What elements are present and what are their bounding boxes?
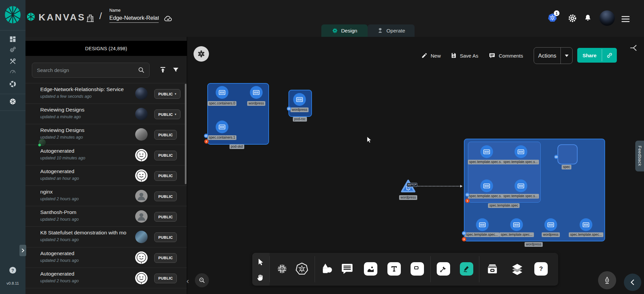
design-anchor-button[interactable] bbox=[598, 271, 616, 289]
freehand-draw-tool-button[interactable] bbox=[460, 262, 473, 276]
design-list-item[interactable]: Santhosh-Promupdated 2 hours agoPUBLIC bbox=[25, 206, 187, 227]
error-count-badge[interactable]: 2 bbox=[204, 139, 209, 144]
actions-button[interactable]: Actions bbox=[534, 48, 560, 64]
new-design-icon[interactable] bbox=[421, 52, 428, 59]
design-list-item[interactable]: Reviewing Designsupdated 2 minutes agoPU… bbox=[25, 124, 187, 145]
design-list-item[interactable]: Autogeneratedupdated an hour agoPUBLIC bbox=[25, 165, 187, 186]
select-tool-icon[interactable] bbox=[257, 258, 265, 266]
notifications-bell-icon[interactable] bbox=[584, 14, 592, 23]
design-list-item[interactable]: nginxupdated 2 hours agoPUBLIC bbox=[25, 186, 187, 206]
zoom-out-button[interactable] bbox=[195, 273, 209, 287]
lifecycle-gears-icon[interactable] bbox=[9, 46, 16, 53]
container-node[interactable] bbox=[216, 121, 228, 133]
text-tool-button[interactable] bbox=[387, 262, 401, 276]
tab-design[interactable]: Design bbox=[321, 24, 368, 37]
design-author-avatar[interactable] bbox=[135, 169, 148, 182]
save-as-button[interactable]: Save As bbox=[460, 53, 478, 59]
design-author-avatar[interactable] bbox=[135, 190, 148, 202]
design-visibility-badge[interactable]: PUBLIC bbox=[154, 253, 177, 263]
mesh-icon[interactable] bbox=[9, 80, 16, 88]
container-node[interactable] bbox=[476, 218, 489, 231]
design-visibility-badge[interactable]: PUBLIC bbox=[154, 130, 177, 140]
kubernetes-context-icon[interactable]: 1 bbox=[547, 13, 557, 23]
error-count-badge[interactable]: 3 bbox=[462, 237, 466, 241]
collapse-left-chevron-icon[interactable]: ‹ bbox=[186, 278, 191, 285]
design-author-avatar[interactable] bbox=[135, 128, 148, 141]
image-tool-button[interactable] bbox=[364, 262, 377, 276]
container-node[interactable] bbox=[580, 218, 592, 231]
design-visibility-badge[interactable]: PUBLIC bbox=[154, 212, 177, 222]
container-node[interactable] bbox=[510, 218, 523, 231]
search-icon[interactable] bbox=[138, 66, 145, 74]
note-tool-button[interactable] bbox=[411, 262, 424, 276]
menu-hamburger-icon[interactable] bbox=[622, 16, 630, 22]
pod-kind-badge[interactable] bbox=[204, 134, 208, 138]
pod-template-node[interactable] bbox=[468, 142, 541, 203]
settings-gear-icon[interactable] bbox=[568, 14, 577, 23]
help-tool-button[interactable]: ? bbox=[534, 262, 548, 276]
dashboard-icon[interactable] bbox=[9, 35, 16, 43]
pan-hand-tool-icon[interactable] bbox=[256, 273, 265, 282]
feedback-tab[interactable]: Feedback bbox=[635, 141, 644, 171]
tab-operate[interactable]: Operate bbox=[368, 24, 415, 37]
design-list-item[interactable]: Reviewing Designsupdated a minute agoPUB… bbox=[25, 103, 187, 124]
design-author-avatar[interactable] bbox=[135, 108, 148, 120]
design-visibility-badge[interactable]: PUBLIC bbox=[154, 192, 177, 201]
performance-gauge-icon[interactable] bbox=[9, 68, 16, 75]
save-as-icon[interactable] bbox=[450, 52, 457, 59]
panel-expand-button[interactable] bbox=[19, 245, 26, 256]
copy-link-button[interactable] bbox=[602, 48, 617, 63]
pod-kind-badge[interactable] bbox=[465, 193, 470, 197]
design-author-avatar[interactable] bbox=[135, 210, 148, 223]
list-scrollbar[interactable] bbox=[185, 84, 186, 184]
comments-icon[interactable] bbox=[489, 52, 495, 59]
container-node[interactable] bbox=[250, 86, 263, 99]
search-design-input[interactable] bbox=[36, 63, 135, 77]
kanvas-hexagon-icon[interactable] bbox=[9, 98, 16, 105]
design-list-item[interactable]: Edge-Network-Relationship: Serviceupdate… bbox=[25, 83, 187, 104]
design-visibility-badge[interactable]: PUBLIC bbox=[154, 232, 177, 242]
comments-button[interactable]: Comments bbox=[499, 53, 523, 59]
spec-node[interactable] bbox=[557, 144, 578, 164]
container-node[interactable] bbox=[480, 179, 493, 192]
container-node[interactable] bbox=[544, 218, 557, 231]
design-author-avatar[interactable] bbox=[135, 272, 148, 284]
filter-icon[interactable] bbox=[172, 66, 179, 74]
design-author-avatar[interactable] bbox=[135, 87, 148, 100]
design-list-item[interactable]: Autogeneratedupdated 2 hours agoPUBLIC bbox=[25, 268, 187, 288]
design-visibility-badge[interactable]: PUBLIC bbox=[154, 274, 177, 283]
new-design-button[interactable]: New bbox=[431, 53, 441, 59]
pen-tool-button[interactable] bbox=[437, 262, 450, 276]
comment-tool-icon[interactable] bbox=[340, 262, 354, 276]
design-visibility-badge[interactable]: PUBLIC▾ bbox=[154, 109, 180, 119]
hierarchy-toggle-icon[interactable] bbox=[629, 44, 638, 52]
user-avatar[interactable] bbox=[599, 10, 615, 26]
pod-kind-badge[interactable] bbox=[287, 106, 291, 111]
container-node[interactable] bbox=[515, 179, 527, 192]
container-node[interactable] bbox=[480, 145, 493, 158]
container-node[interactable] bbox=[216, 86, 228, 99]
pod-kind-badge[interactable] bbox=[462, 231, 466, 235]
shapes-tool-icon[interactable] bbox=[320, 262, 334, 276]
design-author-avatar[interactable] bbox=[135, 251, 148, 264]
design-visibility-badge[interactable]: PUBLIC bbox=[154, 171, 177, 181]
archive-tool-icon[interactable] bbox=[486, 262, 499, 276]
toolkit-icon[interactable] bbox=[9, 58, 16, 65]
design-visibility-badge[interactable]: PUBLIC▾ bbox=[154, 89, 180, 99]
kubernetes-tool-icon[interactable] bbox=[295, 262, 309, 276]
container-node[interactable] bbox=[515, 145, 527, 158]
components-tool-icon[interactable] bbox=[276, 263, 288, 275]
collapse-panel-button[interactable] bbox=[624, 274, 641, 291]
help-icon[interactable]: ? bbox=[9, 267, 16, 274]
design-author-avatar[interactable] bbox=[135, 149, 148, 161]
pod-kind-badge[interactable] bbox=[554, 155, 558, 159]
import-design-icon[interactable] bbox=[159, 66, 167, 74]
design-list-item[interactable]: Autogeneratedupdated 2 hours agoPUBLIC bbox=[25, 247, 187, 268]
share-button[interactable]: Share bbox=[577, 48, 602, 63]
design-list-item[interactable]: Autogeneratedupdated 10 minutes agoPUBLI… bbox=[25, 145, 187, 165]
container-node[interactable] bbox=[293, 93, 306, 106]
layer5-logo-icon[interactable] bbox=[3, 5, 22, 24]
service-edge[interactable] bbox=[416, 186, 462, 187]
organization-icon[interactable] bbox=[86, 13, 95, 24]
extensions-dock-button[interactable] bbox=[194, 46, 209, 62]
